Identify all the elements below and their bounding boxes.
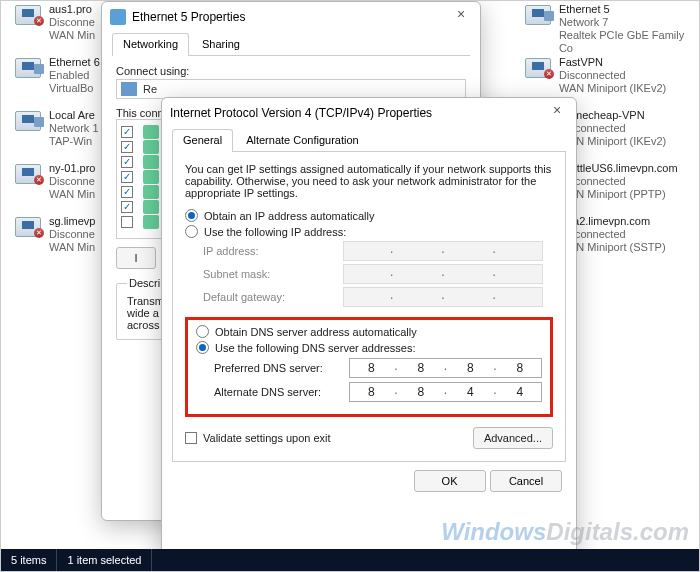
ip-address-field: ...: [343, 241, 543, 261]
adapter-device: WAN Min: [49, 188, 95, 201]
radio-ip-manual-label: Use the following IP address:: [204, 226, 346, 238]
adapter-name[interactable]: sg.limevp: [49, 215, 95, 228]
adapter-device: TAP-Win: [49, 135, 99, 148]
adapter-status: Disconne: [49, 175, 95, 188]
adapter-status: Disconne: [49, 228, 95, 241]
adapter-name[interactable]: ny-01.pro: [49, 162, 95, 175]
validate-label: Validate settings upon exit: [203, 432, 331, 444]
adapter-device: VirtualBo: [49, 82, 100, 95]
close-icon[interactable]: ×: [446, 4, 476, 26]
adapter-status: Network 7: [559, 16, 700, 29]
advanced-button[interactable]: Advanced...: [473, 427, 553, 449]
adapter-device: Realtek PCIe GbE Family Co: [559, 29, 700, 55]
adapter-name[interactable]: Ethernet 5: [559, 3, 700, 16]
adapter-status: Enabled: [49, 69, 100, 82]
ipv4-properties-dialog: Internet Protocol Version 4 (TCP/IPv4) P…: [161, 97, 577, 567]
checkbox-item[interactable]: [121, 126, 133, 138]
checkbox-item[interactable]: [121, 171, 133, 183]
cancel-button[interactable]: Cancel: [490, 470, 562, 492]
radio-dns-manual[interactable]: [196, 341, 209, 354]
adapter-name[interactable]: Ethernet 6: [49, 56, 100, 69]
status-bar: 5 items 1 item selected: [1, 549, 700, 571]
ip-address-label: IP address:: [203, 245, 343, 257]
adapter-name[interactable]: Local Are: [49, 109, 99, 122]
adapter-name[interactable]: aus1.pro: [49, 3, 95, 16]
adapter-name[interactable]: FastVPN: [559, 56, 666, 69]
radio-dns-auto[interactable]: [196, 325, 209, 338]
radio-ip-manual[interactable]: [185, 225, 198, 238]
status-selected: 1 item selected: [57, 549, 152, 571]
adapter-device: WAN Min: [49, 241, 95, 254]
checkbox-item[interactable]: [121, 216, 133, 228]
default-gateway-label: Default gateway:: [203, 291, 343, 303]
ethernet-icon: [110, 9, 126, 25]
validate-checkbox[interactable]: [185, 432, 197, 444]
tab-sharing[interactable]: Sharing: [191, 33, 251, 55]
adapter-status: Disconnected: [559, 69, 666, 82]
radio-dns-manual-label: Use the following DNS server addresses:: [215, 342, 416, 354]
tab-networking[interactable]: Networking: [112, 33, 189, 55]
preferred-dns-label: Preferred DNS server:: [214, 362, 349, 374]
connect-using-label: Connect using:: [116, 65, 466, 77]
dialog-title: Ethernet 5 Properties: [132, 10, 245, 24]
adapter-device: WAN Min: [49, 29, 95, 42]
checkbox-item[interactable]: [121, 201, 133, 213]
intro-text: You can get IP settings assigned automat…: [185, 163, 553, 199]
radio-ip-auto[interactable]: [185, 209, 198, 222]
ok-button[interactable]: OK: [414, 470, 486, 492]
subnet-mask-field: ...: [343, 264, 543, 284]
preferred-dns-field[interactable]: 8. 8. 8. 8: [349, 358, 542, 378]
default-gateway-field: ...: [343, 287, 543, 307]
install-button[interactable]: I: [116, 247, 156, 269]
adapter-icon: [121, 82, 137, 96]
checkbox-item[interactable]: [121, 186, 133, 198]
alternate-dns-field[interactable]: 8. 8. 4. 4: [349, 382, 542, 402]
adapter-status: Network 1: [49, 122, 99, 135]
adapter-device: WAN Miniport (IKEv2): [559, 82, 666, 95]
adapter-status: Disconne: [49, 16, 95, 29]
subnet-mask-label: Subnet mask:: [203, 268, 343, 280]
adapter-device-name: Re: [143, 83, 157, 95]
dialog-title: Internet Protocol Version 4 (TCP/IPv4) P…: [170, 106, 432, 120]
tab-general[interactable]: General: [172, 129, 233, 151]
radio-dns-auto-label: Obtain DNS server address automatically: [215, 326, 417, 338]
close-icon[interactable]: ×: [542, 100, 572, 122]
alternate-dns-label: Alternate DNS server:: [214, 386, 349, 398]
checkbox-item[interactable]: [121, 141, 133, 153]
tab-alternate[interactable]: Alternate Configuration: [235, 129, 370, 151]
watermark: WindowsDigitals.com: [441, 518, 689, 546]
status-items: 5 items: [1, 549, 57, 571]
checkbox-item[interactable]: [121, 156, 133, 168]
radio-ip-auto-label: Obtain an IP address automatically: [204, 210, 374, 222]
